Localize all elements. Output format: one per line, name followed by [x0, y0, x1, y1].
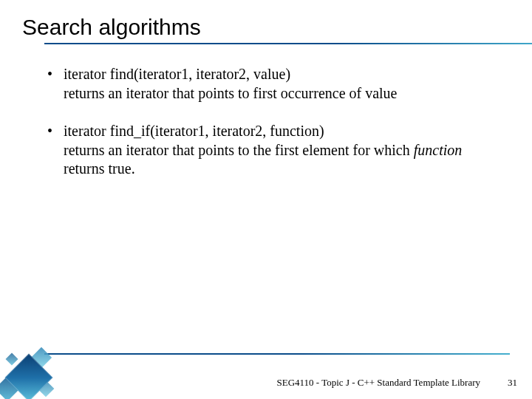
bullet-signature: iterator find(iterator1, iterator2, valu… — [64, 65, 495, 84]
divider-bottom — [44, 353, 510, 355]
bullet-description: returns an iterator that points to first… — [64, 84, 495, 103]
bullet-signature: iterator find_if(iterator1, iterator2, f… — [64, 122, 495, 141]
divider-top — [44, 43, 532, 44]
footer-text: SEG4110 - Topic J - C++ Standard Templat… — [277, 377, 480, 389]
diamond-icon — [6, 353, 18, 366]
desc-prefix: returns an iterator that points to the f… — [64, 142, 414, 158]
slide-title: Search algorithms — [22, 15, 502, 40]
desc-italic: function — [414, 142, 463, 158]
slide: Search algorithms iterator find(iterator… — [0, 0, 532, 399]
page-number: 31 — [508, 377, 517, 389]
bullet-item: iterator find_if(iterator1, iterator2, f… — [64, 122, 495, 179]
desc-text: returns an iterator that points to first… — [64, 85, 398, 101]
footer: SEG4110 - Topic J - C++ Standard Templat… — [0, 353, 532, 399]
corner-decoration — [0, 340, 72, 399]
bullet-description: returns an iterator that points to the f… — [64, 141, 495, 179]
desc-suffix: returns true. — [64, 160, 135, 177]
content-area: iterator find(iterator1, iterator2, valu… — [22, 65, 502, 179]
bullet-item: iterator find(iterator1, iterator2, valu… — [64, 65, 495, 103]
